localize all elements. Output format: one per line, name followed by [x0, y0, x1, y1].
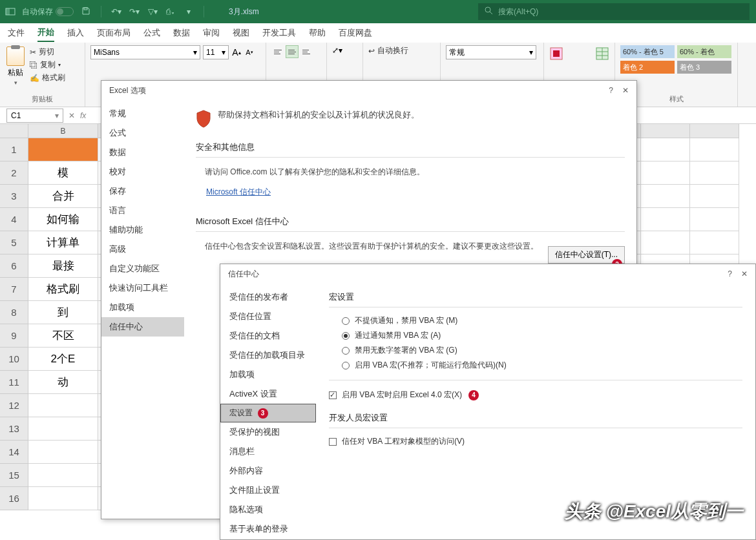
- print-icon[interactable]: ⎙▾: [165, 7, 176, 16]
- tab-insert[interactable]: 插入: [67, 27, 84, 39]
- row-header[interactable]: 2: [0, 161, 28, 185]
- row-header[interactable]: 10: [0, 348, 28, 371]
- qat-more-icon[interactable]: ▾: [183, 7, 194, 16]
- tc-addins[interactable]: 加载项: [220, 365, 316, 384]
- tc-message-bar[interactable]: 消息栏: [220, 442, 316, 461]
- tc-catalogs[interactable]: 受信任的加载项目录: [220, 346, 316, 365]
- font-name-combo[interactable]: MiSans▾: [90, 45, 200, 59]
- tc-activex[interactable]: ActiveX 设置: [220, 384, 316, 404]
- opt-proofing[interactable]: 校对: [101, 162, 184, 182]
- opt-addins[interactable]: 加载项: [101, 298, 184, 317]
- tab-layout[interactable]: 页面布局: [97, 27, 131, 39]
- row-header[interactable]: 12: [0, 394, 28, 417]
- help-icon[interactable]: ?: [609, 86, 613, 95]
- radio-disable-no-notify[interactable]: 不提供通知，禁用 VBA 宏 (M): [342, 315, 742, 326]
- search-input[interactable]: 搜索(Alt+Q): [478, 3, 750, 20]
- wrap-text-button[interactable]: ↩自动换行: [368, 45, 435, 56]
- svg-rect-2: [84, 8, 87, 10]
- cond-format-icon[interactable]: [549, 47, 563, 63]
- app-icon: [5, 6, 16, 17]
- title-bar: 自动保存 ↶▾ ↷▾ ▽▾ ⎙▾ ▾ 3月.xlsm 搜索(Alt+Q): [0, 0, 756, 23]
- tab-help[interactable]: 帮助: [309, 27, 326, 39]
- row-header[interactable]: 14: [0, 441, 28, 464]
- grow-font-icon[interactable]: A▴: [231, 47, 242, 57]
- format-painter-button[interactable]: ✍格式刷: [30, 72, 65, 83]
- dialog-title: 信任中心: [228, 269, 259, 280]
- shrink-font-icon[interactable]: A▾: [244, 47, 255, 57]
- tab-baidu[interactable]: 百度网盘: [339, 27, 372, 39]
- cell-styles[interactable]: 60% - 着色 5 60% - 着色 着色 2 着色 3: [620, 45, 734, 74]
- paste-button[interactable]: 粘贴 ▾: [5, 45, 26, 87]
- save-icon[interactable]: [80, 6, 92, 17]
- trust-center-dialog: 信任中心 ?✕ 受信任的发布者 受信任位置 受信任的文档 受信任的加载项目录 加…: [220, 264, 756, 540]
- tc-external[interactable]: 外部内容: [220, 461, 316, 481]
- opt-advanced[interactable]: 高级: [101, 240, 184, 259]
- row-header[interactable]: 4: [0, 208, 28, 231]
- row-header[interactable]: 7: [0, 278, 28, 301]
- row-header[interactable]: 16: [0, 487, 28, 510]
- row-header[interactable]: 8: [0, 301, 28, 324]
- tc-protected-view[interactable]: 受保护的视图: [220, 422, 316, 442]
- tab-formula[interactable]: 公式: [143, 27, 160, 39]
- opt-customize-ribbon[interactable]: 自定义功能区: [101, 259, 184, 278]
- check-excel4-macros[interactable]: 启用 VBA 宏时启用 Excel 4.0 宏(X) 4: [329, 389, 742, 400]
- opt-general[interactable]: 常规: [101, 104, 184, 123]
- filter-icon[interactable]: ▽▾: [147, 7, 158, 16]
- close-icon[interactable]: ✕: [622, 86, 629, 95]
- row-header[interactable]: 6: [0, 254, 28, 278]
- opt-language[interactable]: 语言: [101, 201, 184, 220]
- tab-view[interactable]: 视图: [233, 27, 249, 39]
- cancel-icon[interactable]: ✕: [68, 111, 75, 120]
- clipboard-label: 剪贴板: [5, 94, 79, 104]
- opt-data[interactable]: 数据: [101, 143, 184, 162]
- redo-icon[interactable]: ↷▾: [129, 7, 140, 16]
- align-middle-icon[interactable]: [286, 45, 299, 58]
- format-table-icon[interactable]: [595, 47, 609, 63]
- font-size-combo[interactable]: 11▾: [203, 45, 229, 59]
- row-header[interactable]: 11: [0, 371, 28, 394]
- col-header[interactable]: B: [28, 124, 98, 138]
- tc-documents[interactable]: 受信任的文档: [220, 326, 316, 346]
- tc-privacy[interactable]: 隐私选项: [220, 500, 316, 519]
- row-header[interactable]: 1: [0, 138, 28, 161]
- align-top-icon[interactable]: [271, 45, 284, 58]
- orientation-icon[interactable]: ⤢▾: [332, 45, 342, 56]
- tab-file[interactable]: 文件: [8, 27, 25, 39]
- check-vba-object-model[interactable]: 信任对 VBA 工程对象模型的访问(V): [329, 436, 742, 447]
- tab-data[interactable]: 数据: [173, 27, 190, 39]
- number-format-combo[interactable]: 常规▾: [446, 45, 536, 59]
- autosave-toggle[interactable]: 自动保存: [22, 6, 74, 17]
- align-bottom-icon[interactable]: [300, 45, 313, 58]
- select-all-corner[interactable]: [0, 124, 28, 138]
- radio-disable-notify[interactable]: 通过通知禁用 VBA 宏 (A): [342, 330, 742, 341]
- tab-home[interactable]: 开始: [37, 26, 54, 42]
- tc-publishers[interactable]: 受信任的发布者: [220, 287, 316, 307]
- tc-form-login[interactable]: 基于表单的登录: [220, 519, 316, 539]
- row-header[interactable]: 5: [0, 231, 28, 254]
- radio-enable-all[interactable]: 启用 VBA 宏(不推荐；可能运行危险代码)(N): [342, 360, 742, 371]
- row-header[interactable]: 9: [0, 324, 28, 348]
- opt-trust-center[interactable]: 信任中心: [101, 317, 184, 337]
- cell[interactable]: [28, 138, 98, 161]
- opt-formulas[interactable]: 公式: [101, 123, 184, 143]
- tc-locations[interactable]: 受信任位置: [220, 307, 316, 326]
- radio-disable-unsigned[interactable]: 禁用无数字签署的 VBA 宏 (G): [342, 345, 742, 356]
- name-box[interactable]: C1▾: [6, 109, 63, 123]
- tc-macro-settings[interactable]: 宏设置 3: [220, 404, 316, 422]
- close-icon[interactable]: ✕: [741, 269, 748, 278]
- row-header[interactable]: 3: [0, 185, 28, 208]
- ms-trust-link[interactable]: Microsoft 信任中心: [206, 187, 625, 198]
- opt-save[interactable]: 保存: [101, 182, 184, 201]
- cut-button[interactable]: ✂剪切: [30, 47, 65, 57]
- opt-qat[interactable]: 快速访问工具栏: [101, 278, 184, 298]
- undo-icon[interactable]: ↶▾: [110, 7, 122, 16]
- tc-file-block[interactable]: 文件阻止设置: [220, 481, 316, 500]
- help-icon[interactable]: ?: [728, 269, 732, 278]
- row-header[interactable]: 15: [0, 464, 28, 487]
- opt-accessibility[interactable]: 辅助功能: [101, 220, 184, 240]
- tab-review[interactable]: 审阅: [203, 27, 220, 39]
- tab-dev[interactable]: 开发工具: [262, 27, 296, 39]
- copy-button[interactable]: ⿻复制▾: [30, 59, 65, 70]
- row-header[interactable]: 13: [0, 417, 28, 441]
- fx-icon[interactable]: fx: [80, 111, 86, 120]
